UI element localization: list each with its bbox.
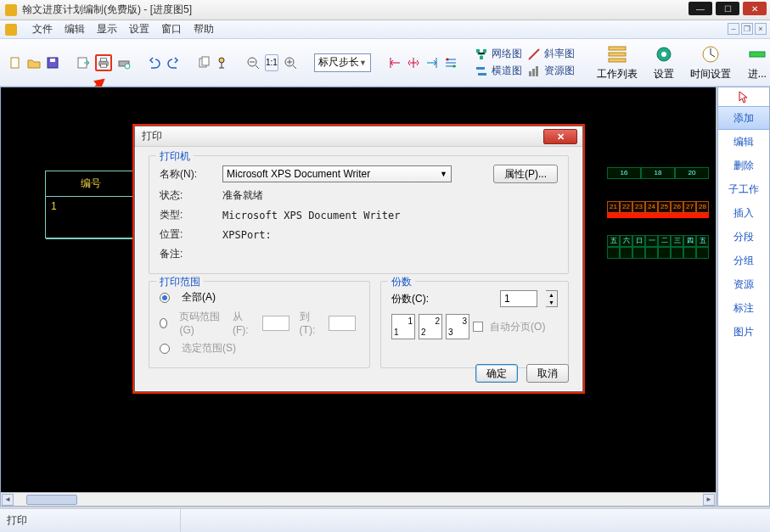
printer-select-value: Microsoft XPS Document Writer	[227, 168, 370, 180]
svg-rect-24	[609, 47, 626, 50]
window-minimize-button[interactable]: —	[689, 2, 712, 15]
svg-point-8	[125, 64, 130, 69]
window-maximize-button[interactable]: ☐	[716, 2, 739, 15]
menu-app-icon	[5, 24, 17, 36]
menu-file[interactable]: 文件	[32, 22, 53, 36]
copies-input[interactable]: 1	[500, 290, 537, 307]
align-right-icon[interactable]	[425, 54, 439, 71]
printer-properties-button[interactable]: 属性(P)...	[493, 165, 558, 183]
from-page-input	[262, 316, 289, 331]
panel-delete[interactable]: 删除	[718, 154, 769, 177]
svg-rect-18	[480, 56, 483, 59]
scroll-right-button[interactable]: ►	[703, 494, 715, 506]
svg-rect-20	[478, 73, 486, 76]
app-icon	[5, 4, 17, 16]
svg-rect-6	[101, 64, 107, 67]
mdi-minimize-button[interactable]: –	[728, 23, 739, 35]
menu-edit[interactable]: 编辑	[65, 22, 85, 36]
svg-rect-16	[476, 49, 480, 53]
printer-select[interactable]: Microsoft XPS Document Writer ▼	[222, 165, 452, 182]
zoom-reset-icon[interactable]: 1:1	[265, 54, 278, 71]
status-text: 打印	[7, 513, 27, 528]
zoom-out-icon[interactable]	[246, 54, 260, 71]
menu-bar: 文件 编辑 显示 设置 窗口 帮助 – ❐ ×	[0, 20, 770, 39]
svg-point-11	[219, 58, 224, 63]
scroll-left-button[interactable]: ◄	[2, 494, 14, 506]
mdi-restore-button[interactable]: ❐	[741, 23, 753, 35]
collate-icon-1: 11	[391, 314, 415, 339]
svg-point-15	[452, 64, 455, 67]
panel-resource[interactable]: 资源	[718, 272, 769, 296]
cancel-button[interactable]: 取消	[526, 364, 569, 383]
open-file-icon[interactable]	[27, 54, 41, 71]
panel-image[interactable]: 图片	[718, 320, 769, 344]
progress-button[interactable]: 进...	[741, 42, 770, 83]
dialog-titlebar[interactable]: 打印 ✕	[135, 126, 582, 147]
network-view-link[interactable]: 网络图	[475, 47, 522, 61]
radio-selection-row: 选定范围(S)	[160, 341, 359, 356]
value-where: XPSPort:	[222, 229, 272, 241]
find-icon[interactable]	[216, 54, 229, 71]
print-button[interactable]	[95, 54, 112, 71]
label-status: 状态:	[160, 188, 216, 203]
window-close-button[interactable]: ✕	[743, 2, 767, 15]
scroll-thumb[interactable]	[26, 495, 77, 505]
resource-view-link[interactable]: 资源图	[527, 64, 575, 78]
svg-rect-30	[750, 52, 765, 57]
ruler-step-select[interactable]: 标尺步长 ▼	[314, 53, 371, 72]
new-file-icon[interactable]	[8, 54, 22, 71]
menu-settings[interactable]: 设置	[129, 22, 149, 36]
range-fieldset: 打印范围 全部(A) 页码范围(G) 从(F): 到(T): 选定范围(S)	[149, 281, 370, 368]
app-titlebar: 翰文进度计划编制(免费版) - [进度图5] — ☐ ✕	[0, 0, 770, 20]
svg-rect-19	[476, 67, 485, 70]
ok-button[interactable]: 确定	[475, 364, 518, 383]
panel-annotate[interactable]: 标注	[718, 296, 769, 320]
gantt-left-pane: 编号 1	[45, 171, 137, 238]
distribute-icon[interactable]	[444, 54, 458, 71]
undo-icon[interactable]	[148, 54, 161, 71]
dialog-close-button[interactable]: ✕	[543, 129, 577, 144]
panel-segment[interactable]: 分段	[718, 225, 769, 249]
align-center-icon[interactable]	[407, 54, 420, 71]
main-toolbar: 1:1 标尺步长 ▼ 网络图 横道图 斜率图 资源图 工作列表 设置 时间设置 …	[0, 39, 770, 87]
panel-group[interactable]: 分组	[718, 249, 769, 272]
svg-rect-25	[609, 53, 626, 56]
collate-checkbox[interactable]	[473, 322, 483, 332]
mdi-close-button[interactable]: ×	[755, 23, 767, 35]
printer-fieldset: 打印机 名称(N): Microsoft XPS Document Writer…	[149, 155, 569, 274]
panel-insert[interactable]: 插入	[718, 201, 769, 225]
pointer-tool[interactable]	[718, 87, 769, 106]
range-legend: 打印范围	[156, 275, 204, 289]
worklist-button[interactable]: 工作列表	[592, 42, 643, 83]
svg-rect-26	[609, 59, 626, 62]
chevron-down-icon: ▼	[359, 59, 367, 67]
copies-fieldset: 份数 份数(C): 1 ▲▼ 11 22 33 自动分页(O)	[380, 281, 569, 368]
gantt-column-header: 编号	[46, 171, 136, 197]
dialog-title: 打印	[142, 129, 162, 143]
menu-help[interactable]: 帮助	[194, 22, 214, 36]
radio-all-row[interactable]: 全部(A)	[160, 290, 359, 305]
settings-button[interactable]: 设置	[648, 42, 680, 83]
svg-point-14	[446, 58, 448, 60]
export-icon[interactable]	[76, 54, 90, 71]
copies-spinner[interactable]: ▲▼	[546, 290, 558, 307]
time-settings-button[interactable]: 时间设置	[685, 42, 736, 83]
radio-pages-row: 页码范围(G) 从(F): 到(T):	[160, 310, 359, 336]
zoom-in-icon[interactable]	[284, 54, 297, 71]
copy-icon[interactable]	[197, 54, 211, 71]
lane-view-link[interactable]: 横道图	[475, 64, 522, 78]
redo-icon[interactable]	[166, 54, 180, 71]
radio-all[interactable]	[160, 293, 170, 303]
svg-rect-17	[483, 49, 486, 53]
slope-view-link[interactable]: 斜率图	[527, 47, 575, 61]
panel-add[interactable]: 添加	[718, 106, 769, 130]
menu-window[interactable]: 窗口	[161, 22, 182, 36]
workspace-horizontal-scrollbar[interactable]: ◄ ►	[1, 492, 716, 506]
save-icon[interactable]	[46, 54, 59, 71]
panel-edit[interactable]: 编辑	[718, 130, 769, 154]
print-preview-icon[interactable]	[117, 54, 131, 71]
align-left-icon[interactable]	[388, 54, 402, 71]
menu-view[interactable]: 显示	[97, 22, 117, 36]
panel-subtask[interactable]: 子工作	[718, 177, 769, 201]
collate-icon-3: 33	[446, 314, 469, 339]
